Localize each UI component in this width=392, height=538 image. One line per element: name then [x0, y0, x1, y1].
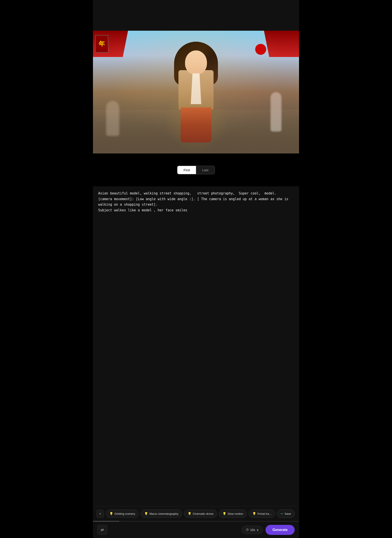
chip-label-portal: Portal tra...: [257, 512, 271, 515]
chip-portal-transition[interactable]: 💡 Portal tra...: [249, 510, 275, 518]
generate-button[interactable]: Generate: [266, 525, 295, 535]
image-container: 年: [93, 31, 299, 153]
save-label: Save: [285, 512, 291, 515]
chip-icon-macro: 💡: [144, 512, 148, 515]
street-overlay: [93, 31, 299, 153]
loop-button[interactable]: ⇌: [97, 525, 107, 535]
duration-clock-icon: ⏱: [246, 528, 249, 532]
chip-icon-slow: 💡: [223, 512, 226, 515]
bottom-action-bar: ⇌ ⏱ 10s ∨ Generate: [93, 522, 299, 538]
chip-orbiting-scenery[interactable]: 💡 Orbiting scenery: [106, 510, 139, 518]
chip-slow-motion[interactable]: 💡 Slow motion: [219, 510, 247, 518]
menu-icon: ≡: [99, 512, 101, 515]
chip-label-macro: Macro cinematography: [149, 512, 178, 515]
chip-icon-orbiting: 💡: [109, 512, 113, 515]
right-controls: ⏱ 10s ∨ Generate: [242, 525, 295, 535]
menu-button[interactable]: ≡: [97, 510, 104, 518]
save-icon: ↩: [281, 512, 283, 515]
bottom-video-area: First Last: [93, 153, 299, 186]
chip-icon-portal: 💡: [252, 512, 256, 515]
duration-label: 10s: [250, 528, 255, 532]
chip-label-orbiting: Orbiting scenery: [114, 512, 135, 515]
chip-cinematic-drone[interactable]: 💡 Cinematic drone: [184, 510, 217, 518]
main-image: 年: [93, 31, 299, 153]
first-frame-button[interactable]: First: [177, 166, 196, 174]
loop-icon: ⇌: [101, 528, 104, 532]
chip-macro-cinematography[interactable]: 💡 Macro cinematography: [140, 510, 182, 518]
top-bar: [93, 0, 299, 31]
chip-label-slow: Slow motion: [228, 512, 243, 515]
prompt-text: Asian beautiful model, walking street sh…: [98, 191, 294, 213]
prompt-area[interactable]: Asian beautiful model, walking street sh…: [93, 186, 299, 506]
last-frame-button[interactable]: Last: [196, 166, 215, 174]
chip-icon-cinematic: 💡: [188, 512, 191, 515]
chip-label-cinematic: Cinematic drone: [193, 512, 214, 515]
save-button[interactable]: ↩ Save: [277, 510, 295, 518]
duration-button[interactable]: ⏱ 10s ∨: [242, 526, 263, 534]
chevron-down-icon: ∨: [257, 528, 259, 532]
frame-controls: First Last: [177, 166, 215, 174]
chips-bar: ≡ 💡 Orbiting scenery 💡 Macro cinematogra…: [93, 506, 299, 521]
